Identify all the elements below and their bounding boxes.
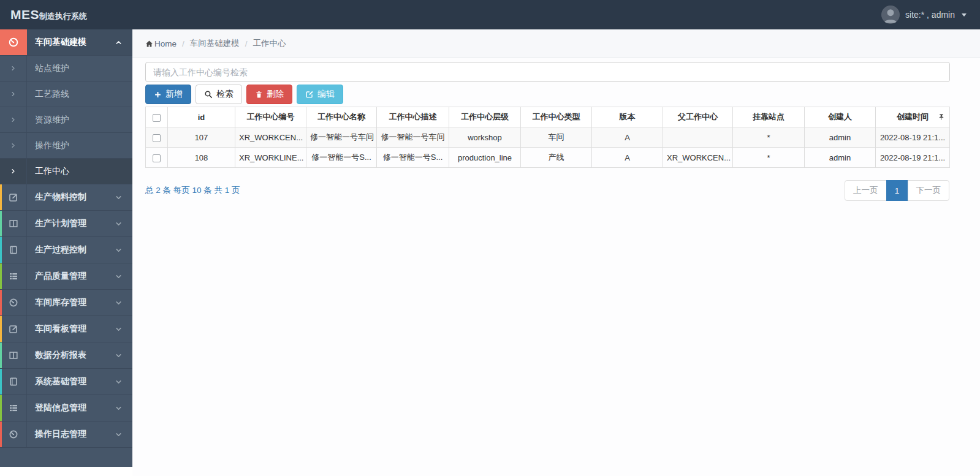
- cell-parent: XR_WORKCEN...: [663, 148, 733, 168]
- cell-version: A: [592, 148, 663, 168]
- sidebar-item-login-info-management[interactable]: 登陆信息管理: [0, 395, 132, 421]
- sidebar-subitem-station-maintenance[interactable]: 站点维护: [0, 56, 132, 81]
- select-all-checkbox[interactable]: [153, 114, 161, 122]
- chevron-down-icon: [115, 299, 123, 307]
- toolbar: 新增 检索 删除 编辑: [145, 85, 950, 104]
- sidebar-item-system-management[interactable]: 系统基础管理: [0, 369, 132, 395]
- sidebar-item-label: 登陆信息管理: [27, 402, 115, 414]
- work-center-table: id 工作中心编号 工作中心名称 工作中心描述 工作中心层级 工作中心类型 版本…: [145, 107, 950, 168]
- table-row: 108 XR_WORKLINE... 修一智能一号S... 修一智能一号S...…: [146, 148, 950, 168]
- cell-level: workshop: [449, 127, 521, 148]
- cell-version: A: [592, 127, 663, 148]
- color-strip: [0, 342, 2, 368]
- chevron-down-icon: [115, 194, 123, 202]
- person-icon: [881, 6, 900, 24]
- sidebar-item-label: 产品质量管理: [27, 271, 115, 282]
- breadcrumb-section[interactable]: 车间基础建模: [190, 38, 240, 49]
- edit-button[interactable]: 编辑: [297, 85, 343, 104]
- sidebar-item-workshop-modeling[interactable]: 车间基础建模: [0, 29, 132, 56]
- cell-name: 修一智能一号车间: [306, 127, 377, 148]
- sidebar-item-label: 生产过程控制: [27, 244, 115, 255]
- add-button[interactable]: 新增: [145, 85, 191, 104]
- columns-icon: [9, 219, 18, 229]
- sidebar-subitem-label: 工作中心: [27, 166, 69, 177]
- sidebar-item-data-analysis-reports[interactable]: 数据分析报表: [0, 342, 132, 369]
- cell-creator: admin: [805, 148, 876, 168]
- cell-station: *: [733, 148, 805, 168]
- col-header-id: id: [168, 107, 235, 127]
- color-strip: [0, 421, 2, 447]
- col-header-level: 工作中心层级: [449, 107, 521, 127]
- breadcrumb-page: 工作中心: [253, 38, 286, 49]
- sidebar-item-plan-management[interactable]: 生产计划管理: [0, 211, 132, 237]
- breadcrumb-home-link[interactable]: Home: [145, 39, 177, 48]
- cell-type: 产线: [521, 148, 592, 168]
- chevron-up-icon: [115, 39, 123, 47]
- sidebar-item-label: 生产物料控制: [27, 192, 115, 203]
- col-header-station: 挂靠站点: [733, 107, 805, 127]
- sidebar-item-process-control[interactable]: 生产过程控制: [0, 237, 132, 263]
- chevron-down-icon: [115, 325, 123, 333]
- sidebar-item-kanban-management[interactable]: 车间看板管理: [0, 316, 132, 342]
- sidebar-subitem-resource-maintenance[interactable]: 资源维护: [0, 107, 132, 133]
- prev-page-button[interactable]: 上一页: [845, 180, 887, 201]
- cell-id: 108: [168, 148, 235, 168]
- chevron-down-icon: [115, 273, 123, 281]
- page-1-button[interactable]: 1: [886, 180, 908, 201]
- sidebar-item-label: 数据分析报表: [27, 350, 115, 361]
- col-header-created-time: 创建时间: [876, 107, 950, 127]
- search-button[interactable]: 检索: [196, 85, 242, 104]
- sidebar-subitem-label: 工艺路线: [27, 89, 69, 100]
- search-icon: [204, 90, 213, 99]
- chevron-right-icon: [10, 168, 17, 175]
- gauge-icon: [8, 37, 19, 48]
- col-header-code: 工作中心编号: [235, 107, 306, 127]
- col-header-name: 工作中心名称: [306, 107, 377, 127]
- sidebar-item-label: 生产计划管理: [27, 218, 115, 229]
- cell-code: XR_WORKLINE...: [235, 148, 306, 168]
- delete-button[interactable]: 删除: [246, 85, 292, 104]
- breadcrumb: Home / 车间基础建模 / 工作中心: [132, 29, 980, 58]
- sidebar-subitem-work-center[interactable]: 工作中心: [0, 159, 132, 184]
- sidebar-item-material-control[interactable]: 生产物料控制: [0, 184, 132, 211]
- sidebar-subitem-label: 操作维护: [27, 140, 69, 151]
- chevron-right-icon: [10, 65, 17, 72]
- user-menu[interactable]: site:* , admin: [881, 6, 980, 24]
- top-navbar: MES制造执行系统 site:* , admin: [0, 0, 980, 29]
- cell-name: 修一智能一号S...: [306, 148, 377, 168]
- sidebar-item-label: 车间看板管理: [27, 323, 115, 334]
- pager: 上一页 1 下一页: [845, 180, 949, 201]
- sidebar-item-label: 操作日志管理: [27, 429, 115, 440]
- chevron-down-icon: [115, 431, 123, 439]
- chevron-right-icon: [10, 142, 17, 149]
- sidebar-subitem-operation-maintenance[interactable]: 操作维护: [0, 133, 132, 159]
- search-input[interactable]: [145, 62, 950, 82]
- row-checkbox[interactable]: [153, 154, 161, 162]
- chevron-down-icon: [115, 246, 123, 254]
- chevron-down-icon: [115, 378, 123, 386]
- trash-icon: [255, 91, 263, 99]
- caret-down-icon: [962, 13, 967, 17]
- edit-icon: [9, 192, 18, 202]
- col-header-type: 工作中心类型: [521, 107, 592, 127]
- pagination: 总 2 条 每页 10 条 共 1 页 上一页 1 下一页: [145, 180, 949, 201]
- pushpin-icon[interactable]: [938, 113, 945, 121]
- chevron-down-icon: [115, 220, 123, 228]
- logo-text-suffix: 制造执行系统: [39, 11, 87, 22]
- sidebar-item-operation-log-management[interactable]: 操作日志管理: [0, 421, 132, 448]
- next-page-button[interactable]: 下一页: [908, 180, 950, 201]
- sidebar-item-quality-management[interactable]: 产品质量管理: [0, 263, 132, 290]
- sidebar-item-label: 系统基础管理: [27, 376, 115, 387]
- color-strip: [0, 316, 2, 342]
- pencil-square-icon: [305, 90, 314, 99]
- pagination-summary: 总 2 条 每页 10 条 共 1 页: [145, 185, 240, 196]
- color-strip: [0, 290, 2, 315]
- cell-description: 修一智能一号S...: [377, 148, 449, 168]
- user-label: site:* , admin: [905, 10, 955, 20]
- sidebar-subitem-process-route[interactable]: 工艺路线: [0, 81, 132, 107]
- row-checkbox[interactable]: [153, 134, 161, 142]
- cell-code: XR_WORKCEN...: [235, 127, 306, 148]
- sidebar-item-inventory-management[interactable]: 车间库存管理: [0, 290, 132, 316]
- table-row: 107 XR_WORKCEN... 修一智能一号车间 修一智能一号车间 work…: [146, 127, 950, 148]
- plus-icon: [154, 91, 162, 99]
